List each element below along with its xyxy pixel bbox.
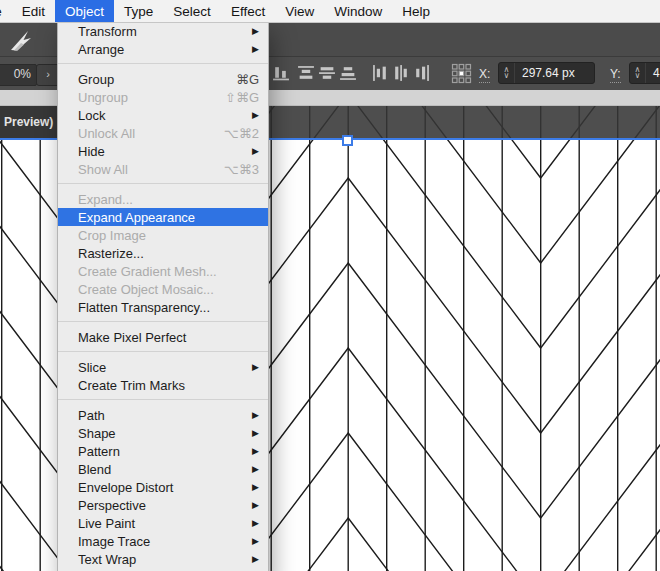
menu-item-image-trace[interactable]: Image Trace▶ — [58, 532, 268, 550]
menu-item-label: Flatten Transparency... — [78, 300, 259, 315]
menu-item-perspective[interactable]: Perspective▶ — [58, 496, 268, 514]
menu-item-create-object-mosaic: Create Object Mosaic... — [58, 280, 268, 298]
x-stepper[interactable]: ∧∨ — [499, 63, 515, 83]
x-coordinate-value[interactable]: 297.64 px — [515, 63, 582, 83]
menubar-item-edit[interactable]: Edit — [12, 0, 55, 22]
menubar-item-window[interactable]: Window — [324, 0, 392, 22]
menu-item-label: Expand... — [78, 192, 259, 207]
menubar-item-type[interactable]: Type — [114, 0, 163, 22]
menu-item-shape[interactable]: Shape▶ — [58, 424, 268, 442]
app-logo-icon — [8, 29, 34, 52]
submenu-arrow-icon: ▶ — [252, 446, 259, 456]
y-coordinate-field[interactable]: ∧∨ 420.945 — [629, 62, 660, 84]
menu-item-show-all: Show All⌥⌘3 — [58, 160, 268, 178]
menu-item-create-trim-marks[interactable]: Create Trim Marks — [58, 376, 268, 394]
submenu-arrow-icon: ▶ — [252, 362, 259, 372]
menu-separator — [58, 178, 268, 190]
menu-item-label: Pattern — [78, 444, 244, 459]
menubar-item-file[interactable]: File — [0, 0, 12, 22]
menu-item-label: Image Trace — [78, 534, 244, 549]
menu-item-pattern[interactable]: Pattern▶ — [58, 442, 268, 460]
menubar-item-select[interactable]: Select — [163, 0, 221, 22]
y-stepper[interactable]: ∧∨ — [630, 63, 646, 83]
menubar-item-object[interactable]: Object — [55, 0, 114, 22]
submenu-arrow-icon: ▶ — [252, 410, 259, 420]
menu-item-live-paint[interactable]: Live Paint▶ — [58, 514, 268, 532]
menu-item-label: Expand Appearance — [78, 210, 259, 225]
menu-separator — [58, 394, 268, 406]
menu-item-label: Blend — [78, 462, 244, 477]
x-coordinate-field[interactable]: ∧∨ 297.64 px — [498, 62, 595, 84]
reference-point-grid-icon[interactable] — [451, 63, 472, 84]
menu-item-label: Unlock All — [78, 126, 216, 141]
menu-item-label: Slice — [78, 360, 244, 375]
menu-item-flatten-transparency[interactable]: Flatten Transparency... — [58, 298, 268, 316]
menu-item-label: Path — [78, 408, 244, 423]
menu-item-envelope-distort[interactable]: Envelope Distort▶ — [58, 478, 268, 496]
menu-item-label: Create Gradient Mesh... — [78, 264, 259, 279]
menu-item-unlock-all: Unlock All⌥⌘2 — [58, 124, 268, 142]
horizontal-distribute-left-icon[interactable] — [371, 64, 389, 82]
menu-item-rasterize[interactable]: Rasterize... — [58, 244, 268, 262]
menu-item-shortcut: ⇧⌘G — [225, 90, 259, 105]
menu-item-label: Text Wrap — [78, 552, 244, 567]
menu-item-text-wrap[interactable]: Text Wrap▶ — [58, 550, 268, 568]
menu-item-label: Group — [78, 72, 228, 87]
menubar-item-effect[interactable]: Effect — [221, 0, 275, 22]
submenu-arrow-icon: ▶ — [252, 500, 259, 510]
menu-item-group[interactable]: Group⌘G — [58, 70, 268, 88]
vertical-distribute-bottom-icon[interactable] — [339, 64, 357, 82]
menu-item-arrange[interactable]: Arrange▶ — [58, 40, 268, 58]
submenu-arrow-icon: ▶ — [252, 518, 259, 528]
menu-item-label: Ungroup — [78, 90, 217, 105]
menu-item-create-gradient-mesh: Create Gradient Mesh... — [58, 262, 268, 280]
menu-item-shortcut: ⌥⌘2 — [224, 126, 259, 141]
menu-item-shortcut: ⌘G — [236, 72, 259, 87]
menubar-item-view[interactable]: View — [275, 0, 324, 22]
menu-item-blend[interactable]: Blend▶ — [58, 460, 268, 478]
menu-item-label: Hide — [78, 144, 244, 159]
menu-item-label: Show All — [78, 162, 216, 177]
submenu-arrow-icon: ▶ — [252, 464, 259, 474]
macos-menubar: FileEditObjectTypeSelectEffectViewWindow… — [0, 0, 660, 23]
submenu-arrow-icon: ▶ — [252, 146, 259, 156]
menubar-item-help[interactable]: Help — [392, 0, 440, 22]
submenu-arrow-icon: ▶ — [252, 110, 259, 120]
menu-item-make-pixel-perfect[interactable]: Make Pixel Perfect — [58, 328, 268, 346]
y-coordinate-value[interactable]: 420.945 — [646, 63, 660, 83]
menu-item-expand-appearance[interactable]: Expand Appearance — [58, 208, 268, 226]
menu-item-path[interactable]: Path▶ — [58, 406, 268, 424]
vertical-distribute-top-icon[interactable] — [297, 64, 315, 82]
menu-item-label: Make Pixel Perfect — [78, 330, 259, 345]
illustrator-window: { "menubar": { "items": [ {"label": "Fil… — [0, 0, 660, 571]
menu-item-hide[interactable]: Hide▶ — [58, 142, 268, 160]
menu-item-ungroup: Ungroup⇧⌘G — [58, 88, 268, 106]
submenu-arrow-icon: ▶ — [252, 536, 259, 546]
menu-item-label: Crop Image — [78, 228, 259, 243]
menu-item-slice[interactable]: Slice▶ — [58, 358, 268, 376]
submenu-arrow-icon: ▶ — [252, 482, 259, 492]
menu-item-lock[interactable]: Lock▶ — [58, 106, 268, 124]
menu-item-label: Transform — [78, 24, 244, 39]
menu-item-label: Create Object Mosaic... — [78, 282, 259, 297]
x-coordinate-label[interactable]: X: — [479, 67, 490, 83]
y-coordinate-label[interactable]: Y: — [610, 67, 621, 83]
selection-handle[interactable] — [342, 135, 353, 146]
vertical-align-bottom-icon[interactable] — [272, 64, 290, 82]
menu-item-label: Shape — [78, 426, 244, 441]
submenu-arrow-icon: ▶ — [252, 26, 259, 36]
menu-item-label: Live Paint — [78, 516, 244, 531]
menu-item-shortcut: ⌥⌘3 — [224, 162, 259, 177]
zoom-level-field[interactable]: 0% — [0, 64, 37, 86]
horizontal-distribute-center-icon[interactable] — [392, 64, 410, 82]
menu-separator — [58, 346, 268, 358]
vertical-distribute-center-icon[interactable] — [318, 64, 336, 82]
menu-item-label: Lock — [78, 108, 244, 123]
horizontal-distribute-right-icon[interactable] — [413, 64, 431, 82]
menu-item-transform[interactable]: Transform▶ — [58, 22, 268, 40]
menu-item-label: Arrange — [78, 42, 244, 57]
menu-item-crop-image: Crop Image — [58, 226, 268, 244]
menu-item-label: Rasterize... — [78, 246, 259, 261]
object-dropdown-menu: Transform▶Arrange▶Group⌘GUngroup⇧⌘GLock▶… — [57, 22, 269, 571]
submenu-arrow-icon: ▶ — [252, 554, 259, 564]
